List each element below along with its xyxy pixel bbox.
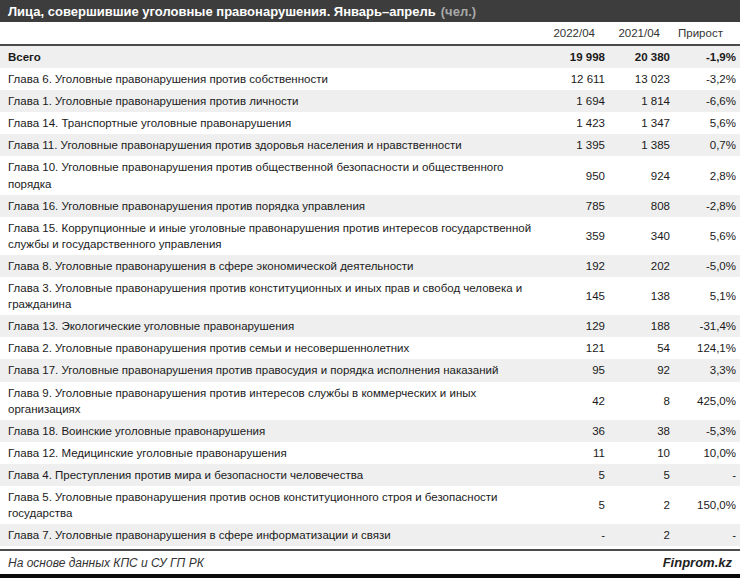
value-2022-04: 1 694	[547, 90, 609, 112]
table-row-total: Всего 19 998 20 380 -1,9%	[0, 45, 740, 68]
value-2022-04: 12 611	[547, 68, 609, 90]
brand-logo: Finprom.kz	[663, 555, 732, 570]
value-2022-04: 192	[547, 255, 609, 277]
value-2021-04: 1 385	[609, 134, 674, 156]
row-label: Глава 5. Уголовные правонарушения против…	[0, 486, 547, 524]
growth-value: -1,9%	[674, 45, 740, 68]
growth-value: 425,0%	[674, 382, 740, 420]
table-row: Глава 12. Медицинские уголовные правонар…	[0, 442, 740, 464]
growth-value: -5,3%	[674, 420, 740, 442]
table-row: Глава 5. Уголовные правонарушения против…	[0, 486, 740, 524]
growth-value: -	[674, 524, 740, 546]
value-2022-04: 785	[547, 195, 609, 217]
table-row: Глава 18. Воинские уголовные правонаруше…	[0, 420, 740, 442]
value-2022-04: -	[547, 524, 609, 546]
row-label: Глава 6. Уголовные правонарушения против…	[0, 68, 547, 90]
growth-value: 2,8%	[674, 156, 740, 194]
value-2022-04: 5	[547, 486, 609, 524]
value-2021-04: 2	[609, 486, 674, 524]
value-2021-04: 13 023	[609, 68, 674, 90]
value-2021-04: 38	[609, 420, 674, 442]
growth-value: -6,6%	[674, 90, 740, 112]
value-2021-04: 1 347	[609, 112, 674, 134]
table-row: Глава 13. Экологические уголовные правон…	[0, 315, 740, 337]
table-row: Глава 2. Уголовные правонарушения против…	[0, 337, 740, 359]
table-row: Глава 9. Уголовные правонарушения против…	[0, 382, 740, 420]
row-label: Глава 2. Уголовные правонарушения против…	[0, 337, 547, 359]
row-label: Глава 13. Экологические уголовные правон…	[0, 315, 547, 337]
value-2021-04: 92	[609, 359, 674, 381]
value-2021-04: 138	[609, 277, 674, 315]
growth-value: -	[674, 464, 740, 486]
table-row: Глава 15. Коррупционные и иные уголовные…	[0, 217, 740, 255]
table-row: Глава 3. Уголовные правонарушения против…	[0, 277, 740, 315]
value-2021-04: 808	[609, 195, 674, 217]
row-label: Глава 17. Уголовные правонарушения проти…	[0, 359, 547, 381]
growth-value: -31,4%	[674, 315, 740, 337]
value-2022-04: 359	[547, 217, 609, 255]
col-header-2021-04: 2021/04	[609, 22, 674, 45]
row-label: Глава 1. Уголовные правонарушения против…	[0, 90, 547, 112]
value-2022-04: 1 423	[547, 112, 609, 134]
table-row: Глава 1. Уголовные правонарушения против…	[0, 90, 740, 112]
row-label: Глава 15. Коррупционные и иные уголовные…	[0, 217, 547, 255]
col-header-growth: Прирост	[674, 22, 740, 45]
value-2021-04: 202	[609, 255, 674, 277]
panel-title-bar: Лица, совершившие уголовные правонарушен…	[0, 0, 740, 22]
table-header-row: 2022/04 2021/04 Прирост	[0, 22, 740, 45]
footer: На основе данных КПС и СУ ГП РК Finprom.…	[0, 549, 740, 574]
row-label: Глава 18. Воинские уголовные правонаруше…	[0, 420, 547, 442]
value-2021-04: 924	[609, 156, 674, 194]
source-note: На основе данных КПС и СУ ГП РК	[8, 556, 204, 570]
value-2022-04: 95	[547, 359, 609, 381]
row-label: Глава 11. Уголовные правонарушения проти…	[0, 134, 547, 156]
value-2021-04: 5	[609, 464, 674, 486]
table-row: Глава 11. Уголовные правонарушения проти…	[0, 134, 740, 156]
value-2022-04: 42	[547, 382, 609, 420]
value-2022-04: 1 395	[547, 134, 609, 156]
table-row: Глава 7. Уголовные правонарушения в сфер…	[0, 524, 740, 546]
value-2022-04: 129	[547, 315, 609, 337]
row-label: Глава 16. Уголовные правонарушения проти…	[0, 195, 547, 217]
growth-value: -2,8%	[674, 195, 740, 217]
table-row: Глава 8. Уголовные правонарушения в сфер…	[0, 255, 740, 277]
row-label: Глава 8. Уголовные правонарушения в сфер…	[0, 255, 547, 277]
growth-value: -5,0%	[674, 255, 740, 277]
value-2022-04: 121	[547, 337, 609, 359]
value-2021-04: 1 814	[609, 90, 674, 112]
table-row: Глава 6. Уголовные правонарушения против…	[0, 68, 740, 90]
growth-value: 5,1%	[674, 277, 740, 315]
value-2022-04: 19 998	[547, 45, 609, 68]
growth-value: 150,0%	[674, 486, 740, 524]
col-header-2022-04: 2022/04	[547, 22, 609, 45]
bottom-bar	[0, 574, 740, 578]
table-row: Глава 10. Уголовные правонарушения проти…	[0, 156, 740, 194]
table-row: Глава 17. Уголовные правонарушения проти…	[0, 359, 740, 381]
growth-value: -3,2%	[674, 68, 740, 90]
value-2022-04: 5	[547, 464, 609, 486]
stats-table-panel: Лица, совершившие уголовные правонарушен…	[0, 0, 740, 578]
value-2021-04: 340	[609, 217, 674, 255]
col-header-category	[0, 22, 547, 45]
growth-value: 10,0%	[674, 442, 740, 464]
row-label: Глава 9. Уголовные правонарушения против…	[0, 382, 547, 420]
row-label: Глава 14. Транспортные уголовные правона…	[0, 112, 547, 134]
table-row: Глава 4. Преступления против мира и безо…	[0, 464, 740, 486]
value-2022-04: 950	[547, 156, 609, 194]
offenses-table: 2022/04 2021/04 Прирост Всего 19 998 20 …	[0, 22, 740, 546]
growth-value: 5,6%	[674, 112, 740, 134]
row-label: Глава 10. Уголовные правонарушения проти…	[0, 156, 547, 194]
table-row: Глава 16. Уголовные правонарушения проти…	[0, 195, 740, 217]
growth-value: 5,6%	[674, 217, 740, 255]
value-2021-04: 188	[609, 315, 674, 337]
row-label: Глава 4. Преступления против мира и безо…	[0, 464, 547, 486]
value-2021-04: 54	[609, 337, 674, 359]
row-label: Глава 12. Медицинские уголовные правонар…	[0, 442, 547, 464]
value-2021-04: 20 380	[609, 45, 674, 68]
row-label: Глава 3. Уголовные правонарушения против…	[0, 277, 547, 315]
table-row: Глава 14. Транспортные уголовные правона…	[0, 112, 740, 134]
value-2022-04: 36	[547, 420, 609, 442]
row-label: Всего	[0, 45, 547, 68]
growth-value: 3,3%	[674, 359, 740, 381]
panel-title-unit: (чел.)	[441, 4, 476, 19]
